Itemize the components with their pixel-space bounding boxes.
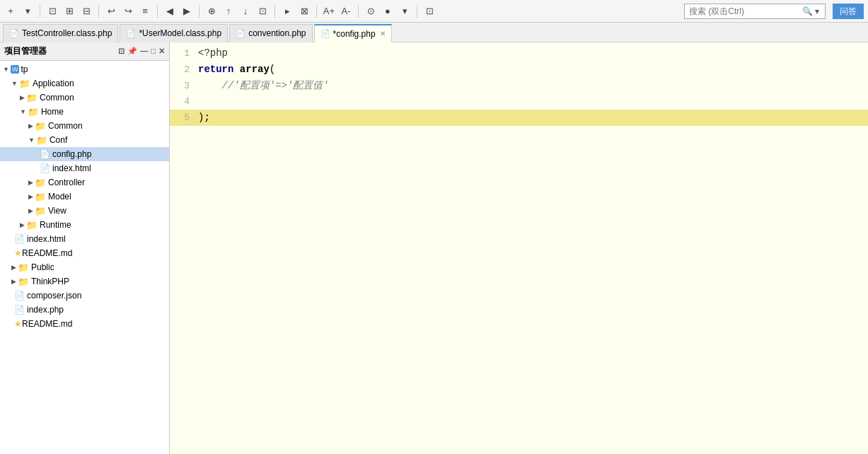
tree-label-application: Application (33, 78, 74, 88)
tab-close-4[interactable]: ✕ (380, 30, 386, 37)
tree-item-composer[interactable]: 📄 composer.json (0, 289, 169, 303)
line-code-5: ); (198, 110, 210, 125)
tree-item-common1[interactable]: ▶ 📁 Common (0, 91, 169, 105)
arrow-controller: ▶ (28, 179, 33, 186)
tree-label-index-app: index.html (27, 234, 66, 244)
line-num-2: 2 (170, 63, 198, 78)
tree-label-common1: Common (40, 93, 74, 103)
tree-label-readme-root: README.md (22, 319, 72, 329)
down-icon[interactable]: ↓ (239, 5, 252, 18)
arrow-common1: ▶ (20, 94, 25, 101)
w-icon: W (11, 65, 20, 74)
add-icon[interactable]: ⊕ (205, 5, 218, 18)
history-icon[interactable]: ≡ (139, 5, 151, 18)
new-icon[interactable]: + (4, 5, 17, 18)
tab-label-4: *config.php (333, 29, 376, 39)
tab-icon-4: 📄 (320, 29, 330, 38)
folder-icon-public: 📁 (18, 262, 29, 273)
dot-icon[interactable]: ● (381, 5, 394, 18)
sidebar-pin-icon[interactable]: 📌 (127, 47, 137, 56)
save-icon[interactable]: ⊡ (46, 5, 59, 18)
tree-label-controller: Controller (48, 177, 85, 187)
editor[interactable]: 1 <?php 2 return array( 3 //'配置项'=>'配置值'… (170, 42, 868, 454)
dropdown-icon[interactable]: ▾ (21, 5, 34, 18)
arrow-thinkphp: ▶ (11, 278, 16, 285)
forward-icon[interactable]: ▶ (180, 5, 193, 18)
tree-label-common2: Common (48, 121, 83, 131)
folder-icon-conf: 📁 (36, 135, 47, 146)
search-box[interactable]: 🔍 ▾ (684, 4, 826, 19)
close-icon[interactable]: ⊟ (80, 5, 93, 18)
debug-icon[interactable]: ⊠ (298, 5, 311, 18)
tree-item-application[interactable]: ▼ 📁 Application (0, 76, 169, 91)
arrow-home: ▼ (20, 108, 26, 115)
search-button[interactable]: 🔍 ▾ (802, 6, 819, 16)
font-increase-icon[interactable]: A+ (323, 5, 335, 18)
tree-item-index-html-conf[interactable]: 📄 index.html (0, 161, 169, 175)
tree-item-conf[interactable]: ▼ 📁 Conf (0, 133, 169, 147)
arrow-runtime: ▶ (20, 221, 25, 228)
folder-icon-thinkphp: 📁 (18, 277, 29, 287)
wenda-button[interactable]: 问答 (833, 4, 864, 19)
redo-icon[interactable]: ↪ (122, 5, 134, 18)
tab-config[interactable]: 📄 *config.php ✕ (314, 24, 392, 42)
tree-item-config-php[interactable]: 📄 config.php (0, 147, 169, 161)
tab-icon-3: 📄 (236, 29, 245, 38)
sep1 (40, 5, 40, 18)
line-num-5: 5 (170, 111, 198, 126)
tree-item-controller[interactable]: ▶ 📁 Controller (0, 175, 169, 190)
tree-item-view[interactable]: ▶ 📁 View (0, 204, 169, 218)
tree-item-readme-app[interactable]: ★ README.md (0, 246, 169, 260)
sep3 (157, 5, 158, 18)
layout-icon[interactable]: ⊡ (256, 5, 269, 18)
editor-line-1: 1 <?php (170, 45, 868, 62)
tree-label-conf: Conf (50, 135, 67, 145)
save-all-icon[interactable]: ⊞ (63, 5, 76, 18)
tree-item-public[interactable]: ▶ 📁 Public (0, 260, 169, 274)
sep7 (358, 5, 359, 18)
circle-icon[interactable]: ⊙ (364, 5, 377, 18)
tree-item-model[interactable]: ▶ 📁 Model (0, 190, 169, 204)
more-dropdown-icon[interactable]: ▾ (398, 5, 411, 18)
tab-label-3: convention.php (248, 28, 306, 38)
grid-icon[interactable]: ⊡ (423, 5, 436, 18)
back-icon[interactable]: ◀ (163, 5, 176, 18)
tree-item-index-html-app[interactable]: 📄 index.html (0, 232, 169, 246)
tree-item-runtime[interactable]: ▶ 📁 Runtime (0, 218, 169, 232)
up-icon[interactable]: ↑ (222, 5, 235, 18)
tab-icon-1: 📄 (9, 29, 19, 38)
tree-label-public: Public (31, 262, 54, 272)
file-icon-composer: 📄 (14, 291, 25, 301)
sidebar-sync-icon[interactable]: ⊡ (118, 47, 125, 56)
tree-item-readme-root[interactable]: ★ README.md (0, 317, 169, 331)
file-icon-index-conf: 📄 (40, 163, 50, 173)
tree-item-tp[interactable]: ▼ W tp (0, 62, 169, 76)
tab-label-1: TestController.class.php (22, 28, 112, 38)
editor-line-3: 3 //'配置项'=>'配置值' (170, 78, 868, 94)
search-input[interactable] (689, 6, 802, 16)
arrow-public: ▶ (11, 264, 16, 271)
tab-convention[interactable]: 📄 convention.php (229, 24, 312, 42)
line-code-2: return array( (198, 62, 275, 77)
line-num-1: 1 (170, 47, 198, 62)
sidebar-minimize-icon[interactable]: — (140, 47, 148, 56)
line-code-1: <?php (198, 45, 228, 61)
tree-item-home[interactable]: ▼ 📁 Home (0, 105, 169, 119)
tab-usermodel[interactable]: 📄 *UserModel.class.php (120, 24, 228, 42)
tree-label-model: Model (48, 192, 71, 202)
folder-icon-runtime: 📁 (26, 220, 37, 231)
tree-item-index-php[interactable]: 📄 index.php (0, 303, 169, 317)
folder-icon-application: 📁 (19, 78, 30, 89)
tab-testcontroller[interactable]: 📄 TestController.class.php (3, 24, 118, 42)
tree-item-common2[interactable]: ▶ 📁 Common (0, 119, 169, 133)
tree-item-thinkphp[interactable]: ▶ 📁 ThinkPHP (0, 274, 169, 289)
sidebar-close-icon[interactable]: ✕ (158, 47, 165, 56)
line-code-3: //'配置项'=>'配置值' (198, 78, 329, 93)
font-decrease-icon[interactable]: A- (340, 5, 352, 18)
editor-line-4: 4 (170, 93, 868, 110)
run-icon[interactable]: ▸ (281, 5, 294, 18)
undo-icon[interactable]: ↩ (105, 5, 117, 18)
file-icon-config: 📄 (40, 149, 50, 159)
folder-icon-common2: 📁 (35, 121, 46, 132)
sidebar-maximize-icon[interactable]: □ (151, 47, 156, 56)
